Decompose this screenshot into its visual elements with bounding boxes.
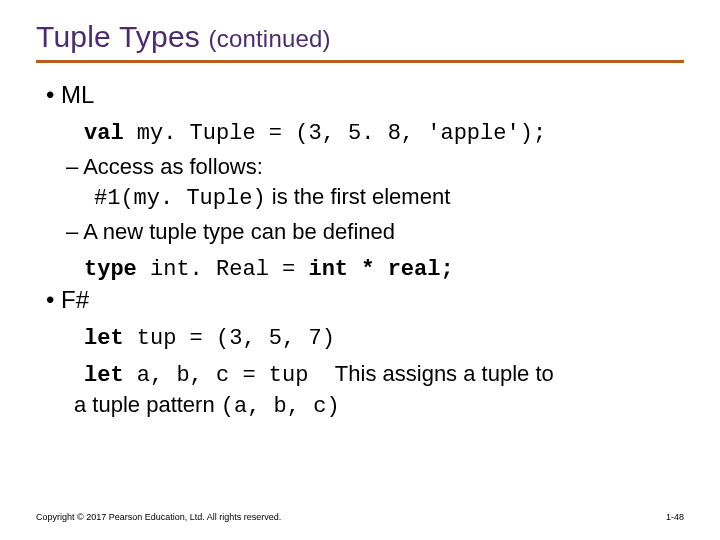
bullet-ml-text: ML bbox=[61, 81, 94, 108]
bullet-access: Access as follows: bbox=[66, 154, 684, 180]
fs-code2: let a, b, c = tup bbox=[84, 363, 335, 388]
newtype-code: type int. Real = int * real; bbox=[84, 257, 454, 282]
fs-text-part1: This assigns a tuple to bbox=[335, 361, 554, 386]
bullet-newtype-text: A new tuple type can be defined bbox=[83, 219, 395, 244]
bullet-fsharp-text: F# bbox=[61, 286, 89, 313]
access-code: #1(my. Tuple) bbox=[94, 186, 266, 211]
ml-code-line: val my. Tuple = (3, 5. 8, ′apple′); bbox=[84, 119, 684, 146]
fs-code1-line: let tup = (3, 5, 7) bbox=[84, 324, 684, 351]
page-number: 1-48 bbox=[666, 512, 684, 522]
access-line: #1(my. Tuple) is the first element bbox=[94, 184, 684, 211]
bullet-newtype: A new tuple type can be defined bbox=[66, 219, 684, 245]
ml-code: val my. Tuple = (3, 5. 8, ′apple′); bbox=[84, 121, 546, 146]
bullet-ml: ML bbox=[46, 81, 684, 109]
fs-text-line2: a tuple pattern (a, b, c) bbox=[74, 392, 684, 419]
fs-text-part2: a tuple pattern bbox=[74, 392, 221, 417]
bullet-fsharp: F# bbox=[46, 286, 684, 314]
slide: Tuple Types (continued) ML val my. Tuple… bbox=[0, 0, 720, 540]
bullet-access-text: Access as follows: bbox=[83, 154, 263, 179]
divider bbox=[36, 60, 684, 63]
fs-code2-line: let a, b, c = tup This assigns a tuple t… bbox=[84, 361, 684, 388]
fs-code1: let tup = (3, 5, 7) bbox=[84, 326, 335, 351]
title-main: Tuple Types bbox=[36, 20, 209, 53]
footer: Copyright © 2017 Pearson Education, Ltd.… bbox=[36, 512, 684, 522]
copyright: Copyright © 2017 Pearson Education, Ltd.… bbox=[36, 512, 281, 522]
newtype-code-line: type int. Real = int * real; bbox=[84, 255, 684, 282]
bullet-list-2: F# bbox=[36, 286, 684, 314]
access-text: is the first element bbox=[266, 184, 451, 209]
title-continued: (continued) bbox=[209, 25, 331, 52]
bullet-list: ML bbox=[36, 81, 684, 109]
slide-title: Tuple Types (continued) bbox=[36, 20, 684, 54]
fs-code3: (a, b, c) bbox=[221, 394, 340, 419]
